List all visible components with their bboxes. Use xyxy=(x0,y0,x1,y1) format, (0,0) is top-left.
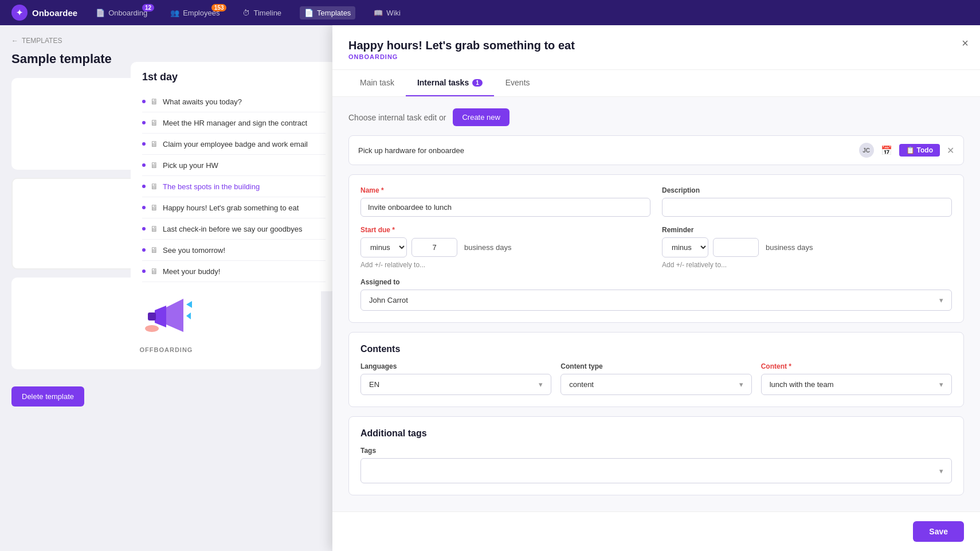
calendar-icon[interactable]: 📅 xyxy=(881,145,892,156)
task-name: Last check-in before we say our goodbyes xyxy=(163,225,303,233)
name-input[interactable] xyxy=(360,198,650,217)
task-icon: 🖥 xyxy=(150,224,158,233)
brand: ✦ Onboardee xyxy=(11,5,77,21)
task-dot xyxy=(142,100,146,103)
reminder-row: minus plus business days xyxy=(662,237,952,257)
form-row-name-desc: Name * Description xyxy=(360,186,952,217)
nav-templates[interactable]: 📄 Templates xyxy=(300,6,355,19)
form-group-assigned-to: Assigned to John Carrot ▾ xyxy=(360,278,952,311)
task-dot xyxy=(142,206,146,209)
svg-marker-16 xyxy=(186,312,191,319)
card-offboarding-illustration xyxy=(132,284,201,342)
task-dot xyxy=(142,227,146,230)
languages-value: EN xyxy=(369,380,379,389)
reminder-add-relative: Add +/- relatively to... xyxy=(662,261,952,269)
reminder-unit-label: business days xyxy=(763,239,815,256)
contents-panel: Contents Languages EN ▾ Content type con… xyxy=(348,332,964,407)
start-due-number-input[interactable] xyxy=(411,238,457,257)
contents-row: Languages EN ▾ Content type content ▾ xyxy=(360,362,952,395)
form-group-start-due: Start due * minus plus business days Add… xyxy=(360,226,650,269)
task-list-item[interactable]: 🖥Pick up your HW xyxy=(142,155,326,176)
reminder-modifier-select[interactable]: minus plus xyxy=(662,237,708,257)
task-list-panel: 1st day 🖥What awaits you today?🖥Meet the… xyxy=(131,62,337,291)
task-list-item[interactable]: 🖥See you tomorrow! xyxy=(142,240,326,261)
task-icon: 🖥 xyxy=(150,118,158,127)
additional-tags-title: Additional tags xyxy=(360,428,952,439)
tags-select[interactable]: ▾ xyxy=(360,458,952,483)
reminder-label: Reminder xyxy=(662,226,952,234)
nav-timeline[interactable]: ⏱ Timeline xyxy=(238,6,286,19)
task-dot xyxy=(142,121,146,124)
content-select[interactable]: lunch with the team ▾ xyxy=(761,374,952,395)
contents-title: Contents xyxy=(360,344,952,354)
save-button[interactable]: Save xyxy=(913,521,964,542)
nav-employees-icon: 👥 xyxy=(170,9,179,17)
assigned-to-select[interactable]: John Carrot ▾ xyxy=(360,290,952,311)
nav-employees[interactable]: 👥 Employees 153 xyxy=(166,6,224,19)
additional-tags-panel: Additional tags Tags ▾ xyxy=(348,416,964,495)
card-offboarding[interactable]: ··· OFFBOARDING xyxy=(11,278,321,369)
topnav: ✦ Onboardee 📄 Onboarding 12 👥 Employees … xyxy=(0,0,980,25)
tab-internal-tasks-badge: 1 xyxy=(472,79,483,87)
content-type-value: content xyxy=(569,380,594,389)
task-icon: 🖥 xyxy=(150,97,158,106)
tab-main-task-label: Main task xyxy=(360,78,394,87)
choose-task-text: Choose internal task edit or xyxy=(348,113,446,122)
description-input[interactable] xyxy=(662,198,952,217)
languages-arrow: ▾ xyxy=(539,380,543,389)
task-icon: 🖥 xyxy=(150,139,158,149)
task-list-item[interactable]: 🖥Meet the HR manager and sign the contra… xyxy=(142,112,326,134)
existing-task-remove[interactable]: ✕ xyxy=(947,145,954,156)
delete-template-button[interactable]: Delete template xyxy=(11,386,84,407)
reminder-number-input[interactable] xyxy=(713,238,759,257)
assigned-to-value: John Carrot xyxy=(369,296,408,304)
nav-timeline-label: Timeline xyxy=(253,9,281,17)
close-button[interactable]: × xyxy=(962,37,969,50)
day-header: 1st day xyxy=(142,71,326,83)
task-dot xyxy=(142,185,146,188)
create-new-button[interactable]: Create new xyxy=(453,108,509,126)
nav-onboarding[interactable]: 📄 Onboarding 12 xyxy=(91,6,152,19)
task-list-item[interactable]: 🖥What awaits you today? xyxy=(142,91,326,112)
contents-col-languages: Languages EN ▾ xyxy=(360,362,551,395)
assigned-to-label: Assigned to xyxy=(360,278,952,286)
brand-logo: ✦ xyxy=(11,5,28,21)
task-icon: 🖥 xyxy=(150,267,158,276)
form-group-reminder: Reminder minus plus business days Add +/… xyxy=(662,226,952,269)
form-group-description: Description xyxy=(662,186,952,217)
tab-events[interactable]: Events xyxy=(494,70,542,96)
task-dot xyxy=(142,248,146,252)
task-dot xyxy=(142,142,146,146)
task-icon: 🖥 xyxy=(150,203,158,212)
nav-wiki[interactable]: 📖 Wiki xyxy=(369,6,405,19)
drawer-footer: Save xyxy=(332,511,980,551)
breadcrumb-arrow: ← xyxy=(11,37,18,45)
form-group-name: Name * xyxy=(360,186,650,217)
task-dot xyxy=(142,269,146,273)
assignee-avatar: JC xyxy=(859,143,874,158)
start-due-label: Start due * xyxy=(360,226,650,234)
tags-label: Tags xyxy=(360,447,952,455)
start-due-modifier-select[interactable]: minus plus xyxy=(360,237,407,257)
content-type-select[interactable]: content ▾ xyxy=(560,374,751,395)
start-due-unit-label: business days xyxy=(462,239,513,256)
task-name: Happy hours! Let's grab something to eat xyxy=(163,204,299,212)
content-value: lunch with the team xyxy=(770,380,834,389)
task-icon: 🖥 xyxy=(150,182,158,191)
task-list-item[interactable]: 🖥Claim your employee badge and work emai… xyxy=(142,134,326,155)
task-list-item[interactable]: 🖥Happy hours! Let's grab something to ea… xyxy=(142,197,326,218)
task-list-item[interactable]: 🖥Meet your buddy! xyxy=(142,261,326,282)
todo-icon: 📋 xyxy=(906,146,915,154)
task-list-item[interactable]: 🖥Last check-in before we say our goodbye… xyxy=(142,218,326,240)
tab-main-task[interactable]: Main task xyxy=(348,70,406,96)
svg-marker-12 xyxy=(155,306,166,327)
task-name: Claim your employee badge and work email xyxy=(163,140,308,149)
drawer-subtitle: ONBOARDING xyxy=(348,53,964,60)
tab-internal-tasks[interactable]: Internal tasks 1 xyxy=(406,70,494,96)
task-name: Pick up your HW xyxy=(163,161,218,170)
nav-employees-badge: 153 xyxy=(211,4,227,11)
nav-templates-icon: 📄 xyxy=(304,9,313,17)
task-list-item[interactable]: 🖥The best spots in the building xyxy=(142,176,326,197)
languages-select[interactable]: EN ▾ xyxy=(360,374,551,395)
nav-onboarding-icon: 📄 xyxy=(96,9,105,17)
